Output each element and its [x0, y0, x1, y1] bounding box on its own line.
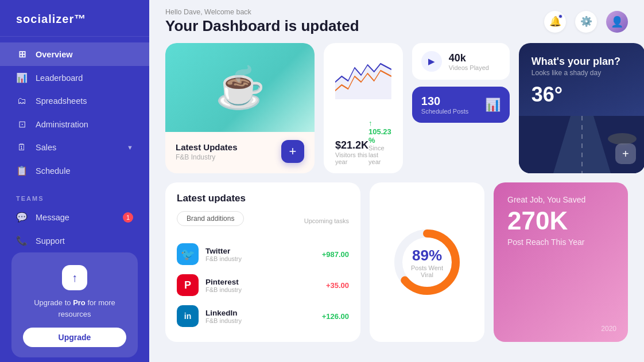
card-body: Latest Updates F&B Industry + [165, 132, 315, 173]
settings-button[interactable]: ⚙️ [575, 11, 597, 33]
sidebar-item-administration[interactable]: ⊡ Administration [0, 112, 149, 136]
play-icon: ▶ [421, 51, 442, 72]
videos-value: 40k [449, 52, 489, 64]
card-image: ☕ [165, 43, 315, 132]
update-value: +987.00 [322, 250, 349, 259]
message-icon: 💬 [16, 212, 28, 223]
savings-label: Great Job, You Saved [507, 195, 614, 204]
change-value: ↑ 105.23 % [368, 119, 391, 145]
sidebar-item-sales[interactable]: 🗓 Sales ▼ [0, 136, 149, 159]
update-item-text: LinkedIn F&B industry [205, 309, 315, 324]
update-value: +126.00 [322, 312, 349, 321]
message-badge: 1 [123, 212, 133, 223]
upgrade-text: Upgrade to Pro for more resources [23, 297, 126, 320]
leaderboard-icon: 📊 [16, 72, 28, 83]
list-item: P Pinterest F&B industry +35.00 [177, 270, 349, 301]
visitors-chart [335, 53, 391, 99]
weather-subtitle: Looks like a shady day [532, 69, 633, 77]
visitors-label: Visitors this year [335, 151, 368, 165]
donut-card: 89% Posts Went Viral [370, 182, 484, 342]
topbar-title-area: Hello Dave, Welcome back Your Dashboard … [165, 8, 359, 35]
sidebar-item-overview[interactable]: ⊞ Overview [0, 42, 149, 66]
list-item: in LinkedIn F&B industry +126.00 [177, 301, 349, 332]
platform-name: Pinterest [205, 278, 319, 286]
platform-name: Twitter [205, 247, 315, 255]
list-item: 🐦 Twitter F&B industry +987.00 [177, 239, 349, 270]
avatar[interactable]: 👤 [606, 11, 628, 33]
upgrade-button[interactable]: Upgrade [23, 328, 126, 347]
savings-year: 2020 [601, 325, 616, 333]
topbar-icons: 🔔 ⚙️ 👤 [544, 11, 628, 33]
updates-section-title: Latest updates [177, 193, 349, 204]
add-button[interactable]: + [281, 140, 304, 163]
weather-add-button[interactable]: + [615, 143, 636, 164]
page-title: Your Dashboard is updated [165, 17, 359, 35]
upgrade-icon: ↑ [62, 265, 87, 290]
sidebar-item-label: Support [36, 236, 65, 246]
visitors-value: $21.2K [335, 139, 368, 151]
notifications-button[interactable]: 🔔 [544, 11, 566, 33]
sidebar-item-leaderboard[interactable]: 📊 Leaderboard [0, 66, 149, 89]
platform-name: LinkedIn [205, 309, 315, 317]
small-cards-column: ▶ 40k Videos Played 130 Scheduled Posts … [412, 43, 510, 173]
topbar: Hello Dave, Welcome back Your Dashboard … [149, 0, 644, 35]
upcoming-label: Upcoming tasks [304, 217, 349, 224]
videos-card: ▶ 40k Videos Played [412, 43, 510, 80]
sidebar-item-message[interactable]: 💬 Message 1 [0, 205, 149, 229]
svg-point-3 [608, 133, 637, 145]
bottom-row: Latest updates Brand additions Upcoming … [165, 182, 628, 342]
sidebar: socializer™ ⊞ Overview 📊 Leaderboard 🗂 S… [0, 0, 149, 362]
spreadsheets-icon: 🗂 [16, 96, 28, 106]
updates-list-card: Latest updates Brand additions Upcoming … [165, 182, 360, 342]
savings-value: 270K [507, 207, 614, 235]
savings-sublabel: Post Reach This Year [507, 238, 614, 247]
posts-label: Scheduled Posts [421, 108, 478, 115]
overview-icon: ⊞ [16, 49, 28, 60]
linkedin-icon: in [177, 305, 199, 327]
upgrade-panel: ↑ Upgrade to Pro for more resources Upgr… [11, 252, 138, 357]
visitors-stat: $21.2K Visitors this year [335, 139, 368, 165]
app-logo: socializer™ [0, 0, 149, 37]
sidebar-item-label: Schedule [36, 166, 70, 176]
schedule-icon: 📋 [16, 165, 28, 176]
posts-value: 130 [421, 95, 478, 108]
card-title: Latest Updates [176, 142, 238, 152]
topbar-greeting: Hello Dave, Welcome back [165, 8, 359, 16]
sidebar-item-spreadsheets[interactable]: 🗂 Spreadsheets [0, 89, 149, 112]
chart-stats: $21.2K Visitors this year ↑ 105.23 % Sin… [335, 119, 391, 165]
donut-center: 89% Posts Went Viral [409, 247, 446, 278]
sidebar-item-label: Sales [36, 143, 56, 152]
sidebar-item-label: Overview [36, 50, 73, 59]
change-label: Since last year [368, 145, 391, 165]
savings-card: Great Job, You Saved 270K Post Reach Thi… [494, 182, 628, 342]
sidebar-item-support[interactable]: 📞 Support [0, 229, 149, 252]
platform-industry: F&B industry [205, 317, 315, 324]
donut-label: Posts Went Viral [409, 264, 446, 278]
administration-icon: ⊡ [16, 119, 28, 130]
platform-industry: F&B industry [205, 255, 315, 262]
teams-section-label: TeAMS [0, 185, 149, 205]
sidebar-item-label: Spreadsheets [36, 96, 87, 106]
weather-content: What's your plan? Looks like a shady day… [532, 56, 633, 107]
notification-dot [558, 14, 563, 19]
sidebar-item-label: Administration [36, 120, 88, 129]
posts-card: 130 Scheduled Posts 📊 [412, 87, 510, 123]
bar-chart-icon: 📊 [485, 98, 501, 112]
filter-button[interactable]: Brand additions [177, 211, 244, 226]
sidebar-item-label: Leaderboard [36, 73, 83, 83]
nav-section: ⊞ Overview 📊 Leaderboard 🗂 Spreadsheets … [0, 37, 149, 185]
pinterest-icon: P [177, 274, 199, 296]
donut-percentage: 89% [409, 247, 446, 264]
twitter-icon: 🐦 [177, 243, 199, 265]
update-item-text: Pinterest F&B industry [205, 278, 319, 293]
weather-card: What's your plan? Looks like a shady day… [519, 43, 644, 173]
support-icon: 📞 [16, 235, 28, 246]
posts-info: 130 Scheduled Posts [421, 95, 478, 115]
sidebar-item-schedule[interactable]: 📋 Schedule [0, 159, 149, 182]
videos-info: 40k Videos Played [449, 52, 489, 71]
top-cards-row: ☕ Latest Updates F&B Industry + [165, 43, 628, 173]
card-subtitle: F&B Industry [176, 153, 238, 161]
content-area: ☕ Latest Updates F&B Industry + [149, 35, 644, 362]
update-value: +35.00 [326, 281, 349, 290]
latest-updates-card: ☕ Latest Updates F&B Industry + [165, 43, 315, 173]
